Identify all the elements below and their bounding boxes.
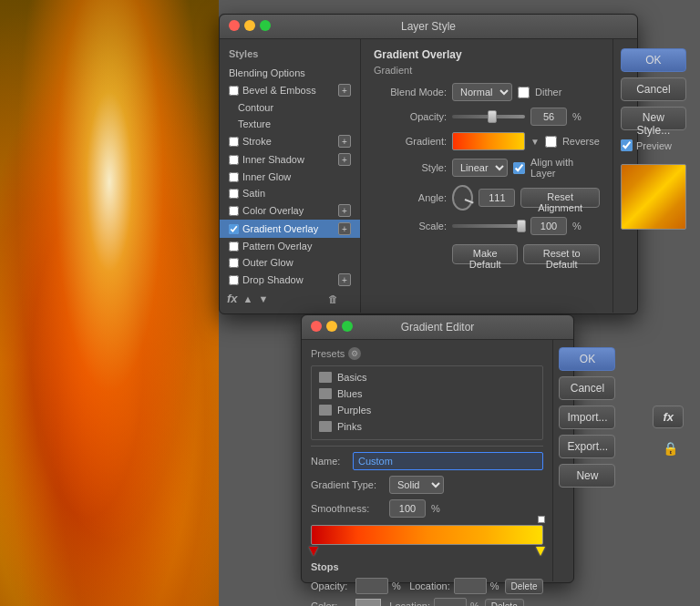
stop-left[interactable] [309, 547, 318, 556]
stops-location-input[interactable] [454, 578, 487, 594]
style-item-drop-shadow[interactable]: Drop Shadow + [220, 271, 360, 289]
bottom-icon-2[interactable]: ▼ [258, 293, 268, 304]
opacity-input[interactable] [530, 108, 567, 126]
scale-input[interactable] [530, 217, 567, 235]
cancel-button[interactable]: Cancel [621, 77, 686, 101]
trash-icon[interactable]: 🗑 [328, 293, 338, 304]
minimize-button[interactable] [244, 20, 255, 31]
angle-line [465, 199, 474, 203]
bevel-emboss-plus[interactable]: + [338, 84, 351, 97]
ge-ok-button[interactable]: OK [559, 347, 615, 371]
style-item-texture[interactable]: Texture [220, 116, 360, 132]
close-button[interactable] [229, 20, 240, 31]
subsection-title: Gradient [374, 65, 600, 76]
preset-pinks[interactable]: Pinks [315, 419, 539, 434]
stops-color-delete-button[interactable]: Delete [485, 599, 524, 607]
ge-left-panel: Presets ⚙ Basics Blues Purples [302, 340, 552, 581]
pattern-overlay-checkbox[interactable] [229, 241, 239, 252]
style-item-inner-shadow[interactable]: Inner Shadow + [220, 150, 360, 169]
color-overlay-plus[interactable]: + [338, 204, 351, 217]
ok-button[interactable]: OK [621, 48, 686, 72]
stop-right[interactable] [536, 547, 545, 556]
maximize-button[interactable] [260, 20, 271, 31]
name-row: Name: [311, 452, 543, 470]
ge-export-button[interactable]: Export... [559, 435, 615, 458]
inner-shadow-plus[interactable]: + [338, 153, 351, 166]
bevel-emboss-checkbox[interactable] [229, 86, 239, 96]
style-item-contour[interactable]: Contour [220, 99, 360, 116]
name-input[interactable] [353, 452, 543, 470]
stroke-checkbox[interactable] [229, 137, 239, 147]
ge-maximize-button[interactable] [342, 321, 353, 332]
inner-shadow-checkbox[interactable] [229, 155, 239, 165]
blend-mode-select[interactable]: Normal [452, 83, 512, 101]
satin-checkbox[interactable] [229, 189, 239, 199]
color-swatch[interactable] [355, 599, 381, 606]
style-item-gradient-overlay[interactable]: Gradient Overlay + [220, 220, 360, 238]
angle-dial[interactable] [452, 185, 473, 211]
angle-input[interactable] [479, 189, 515, 207]
scale-thumb[interactable] [517, 220, 526, 232]
style-item-stroke[interactable]: Stroke + [220, 132, 360, 150]
scale-slider[interactable] [452, 224, 525, 228]
fx-button[interactable]: fx [653, 406, 684, 428]
style-item-pattern-overlay[interactable]: Pattern Overlay [220, 238, 360, 254]
inner-glow-label: Inner Glow [242, 171, 291, 182]
reset-to-default-button[interactable]: Reset to Default [523, 244, 599, 264]
opacity-thumb[interactable] [488, 110, 497, 123]
stops-color-location-input[interactable] [434, 598, 467, 606]
gradient-overlay-plus[interactable]: + [338, 222, 351, 235]
gradient-overlay-checkbox[interactable] [229, 224, 239, 234]
style-item-color-overlay[interactable]: Color Overlay + [220, 201, 360, 220]
stops-location-percent: % [490, 580, 499, 591]
type-select[interactable]: Solid [389, 476, 444, 494]
align-checkbox[interactable] [513, 162, 525, 174]
opacity-stop-right[interactable] [538, 516, 545, 523]
bottom-buttons-row: Make Default Reset to Default [374, 244, 600, 264]
preset-basics[interactable]: Basics [315, 370, 539, 385]
layer-style-dialog: Layer Style Styles Blending Options Beve… [219, 14, 638, 314]
preset-purples[interactable]: Purples [315, 403, 539, 417]
opacity-slider[interactable] [452, 115, 525, 118]
smoothness-percent: % [431, 503, 440, 514]
gradient-preview[interactable] [452, 132, 525, 150]
outer-glow-checkbox[interactable] [229, 258, 239, 268]
ge-cancel-button[interactable]: Cancel [559, 376, 615, 400]
stops-title: Stops [311, 561, 543, 572]
styles-bottom: fx ▲ ▼ 🗑 [227, 292, 338, 305]
presets-gear-icon[interactable]: ⚙ [348, 347, 361, 360]
color-overlay-checkbox[interactable] [229, 206, 239, 216]
align-label: Align with Layer [530, 157, 600, 179]
type-row: Gradient Type: Solid [311, 476, 543, 494]
stops-opacity-percent: % [392, 580, 401, 591]
drop-shadow-checkbox[interactable] [229, 275, 239, 285]
preview-checkbox[interactable] [621, 139, 633, 151]
preset-blues[interactable]: Blues [315, 386, 539, 401]
ge-close-button[interactable] [311, 321, 322, 332]
drop-shadow-plus[interactable]: + [338, 273, 351, 286]
stops-opacity-delete-button[interactable]: Delete [505, 579, 544, 594]
gradient-dropdown-icon[interactable]: ▼ [530, 137, 540, 147]
style-select[interactable]: Linear [452, 159, 508, 177]
inner-glow-checkbox[interactable] [229, 172, 239, 182]
ge-minimize-button[interactable] [326, 321, 337, 332]
style-item-inner-glow[interactable]: Inner Glow [220, 169, 360, 185]
style-item-bevel-emboss[interactable]: Bevel & Emboss + [220, 81, 360, 99]
gradient-bar[interactable] [311, 525, 543, 545]
style-item-blending-options[interactable]: Blending Options [220, 65, 360, 81]
reset-alignment-button[interactable]: Reset Alignment [520, 188, 600, 208]
ge-new-button[interactable]: New [559, 464, 615, 488]
smoothness-label: Smoothness: [311, 503, 384, 514]
make-default-button[interactable]: Make Default [452, 244, 518, 264]
bottom-icon-1[interactable]: ▲ [243, 293, 253, 304]
style-item-satin[interactable]: Satin [220, 185, 360, 201]
ge-import-button[interactable]: Import... [559, 406, 615, 429]
smoothness-input[interactable] [389, 499, 426, 518]
stops-opacity-input[interactable] [355, 578, 388, 594]
style-item-outer-glow[interactable]: Outer Glow [220, 254, 360, 271]
dither-checkbox[interactable] [518, 87, 530, 98]
reverse-checkbox[interactable] [545, 136, 557, 148]
stroke-plus[interactable]: + [338, 135, 351, 148]
new-style-button[interactable]: New Style... [621, 107, 686, 130]
stops-color-location-label: Location: [385, 601, 430, 606]
